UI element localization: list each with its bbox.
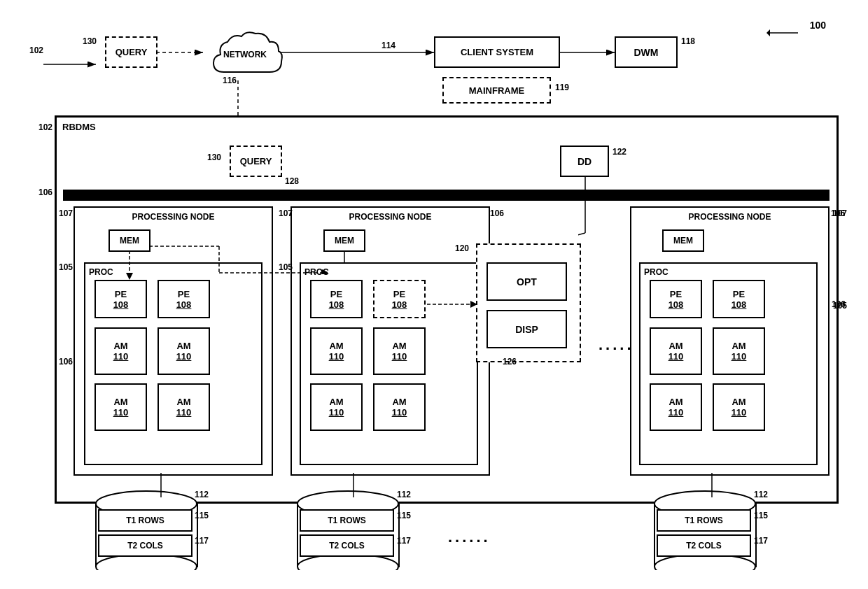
t2-cols-box-2: T2 COLS [300, 534, 394, 557]
pe-box-3b: PE108 [713, 280, 765, 318]
opt-box: OPT [486, 262, 567, 301]
am-box-1c: AM110 [94, 383, 147, 431]
ref-107-1: 107 [59, 208, 73, 218]
mem-box-2: MEM [323, 229, 365, 252]
ref-102-rbdms: 102 [38, 122, 52, 132]
ref-117-3: 117 [754, 536, 768, 546]
svg-marker-19 [126, 273, 133, 280]
pe-box-3a: PE108 [650, 280, 702, 318]
mainframe-box: MAINFRAME [442, 77, 551, 104]
ref-114: 114 [382, 41, 396, 50]
am-box-1b: AM110 [158, 327, 210, 375]
ref-117-1: 117 [195, 536, 209, 546]
pe-to-optdisp-arrow [427, 297, 479, 311]
ref-118: 118 [681, 36, 695, 46]
ref-102-top [43, 57, 106, 74]
ref-126: 126 [503, 357, 517, 367]
stem-2 [346, 473, 360, 501]
ref-106-right: 106 [832, 299, 846, 309]
t2-cols-box-3: T2 COLS [657, 534, 751, 557]
stem-1 [154, 473, 168, 501]
ref-115-3: 115 [754, 511, 768, 520]
pe-box-2b: PE108 [373, 280, 426, 318]
t1-rows-box-3: T1 ROWS [657, 509, 751, 532]
ref-105-1: 105 [59, 262, 73, 272]
network-cloud: NETWORK [203, 27, 287, 83]
ref-130-top: 130 [83, 36, 97, 46]
am-box-2c: AM110 [310, 383, 363, 431]
pe-box-2a: PE108 [310, 280, 363, 318]
ref-120: 120 [455, 243, 469, 253]
stem-3 [705, 473, 719, 501]
ref-106-node2: 106 [490, 208, 504, 218]
t1-rows-box-2: T1 ROWS [300, 509, 394, 532]
ref-116: 116 [223, 76, 237, 85]
ref-115-1: 115 [195, 511, 209, 520]
ref-112-1: 112 [195, 490, 209, 499]
ref-106-1: 106 [59, 357, 73, 367]
ref-102-label-top: 102 [29, 45, 43, 55]
diagram-container: 100 QUERY 130 102 NETWORK 116 114 CLIENT… [0, 0, 868, 589]
ref-112-3: 112 [754, 490, 768, 499]
am-box-2b: AM110 [373, 327, 426, 375]
t1-rows-box-1: T1 ROWS [98, 509, 192, 532]
mem-dashed-connection [149, 239, 328, 274]
ref-130-rbdms: 130 [207, 152, 221, 162]
ref-119: 119 [555, 83, 569, 92]
ref-107-2: 107 [279, 208, 293, 218]
ref-117-2: 117 [397, 536, 411, 546]
am-box-1a: AM110 [94, 327, 147, 375]
svg-line-25 [578, 233, 585, 250]
ref-115-2: 115 [397, 511, 411, 520]
mem-box-3: MEM [662, 229, 704, 252]
am-box-3b: AM110 [713, 327, 765, 375]
am-box-3d: AM110 [713, 383, 765, 431]
svg-marker-16 [766, 29, 770, 36]
ref-100-label: 100 [810, 20, 826, 31]
ref-100 [766, 22, 802, 45]
am-box-3c: AM110 [650, 383, 702, 431]
dd-box: DD [560, 146, 609, 177]
am-box-2d: AM110 [373, 383, 426, 431]
am-box-3a: AM110 [650, 327, 702, 375]
pe-box-1a: PE108 [94, 280, 147, 318]
ref-106-node3: 106 [831, 208, 845, 218]
mem-arrow-1 [122, 250, 136, 281]
pe-box-1b: PE108 [158, 280, 210, 318]
am-box-1d: AM110 [158, 383, 210, 431]
ref-128: 128 [285, 176, 299, 186]
am-box-2a: AM110 [310, 327, 363, 375]
mem-box-1: MEM [108, 229, 150, 252]
t2-cols-box-1: T2 COLS [98, 534, 192, 557]
svg-marker-42 [322, 269, 328, 274]
bus-bar [63, 190, 830, 201]
client-system-box: CLIENT SYSTEM [434, 36, 560, 68]
ref-112-2: 112 [397, 490, 411, 499]
query-box-rbdms: QUERY [230, 146, 282, 177]
ref-106-bus: 106 [38, 187, 52, 197]
query-box-top: QUERY [105, 36, 158, 68]
ref-122: 122 [612, 147, 626, 157]
dwm-box: DWM [615, 36, 678, 68]
disp-box: DISP [486, 310, 567, 348]
dd-to-opt-arrow [578, 177, 592, 264]
ellipsis-storage: ...... [448, 528, 491, 546]
